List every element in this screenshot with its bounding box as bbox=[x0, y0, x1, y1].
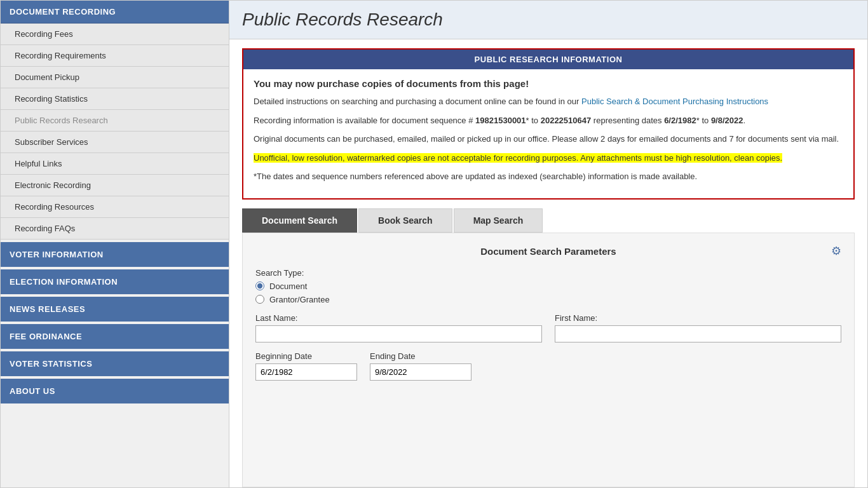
info-box-line5: *The dates and sequence numbers referenc… bbox=[254, 170, 843, 183]
last-name-input[interactable] bbox=[255, 325, 542, 342]
info-box-line4: Unofficial, low resolution, watermarked … bbox=[254, 152, 843, 165]
ending-date-label: Ending Date bbox=[370, 351, 471, 361]
seq-end: 20222510647 bbox=[541, 116, 592, 125]
sidebar-voter-information-header[interactable]: VOTER INFORMATION bbox=[1, 242, 229, 267]
sidebar-item-recording-requirements[interactable]: Recording Requirements bbox=[1, 45, 229, 67]
last-name-label: Last Name: bbox=[255, 313, 542, 323]
radio-document-input[interactable] bbox=[255, 281, 264, 290]
sidebar-election-information-header[interactable]: ELECTION INFORMATION bbox=[1, 269, 229, 294]
radio-grantor-input[interactable] bbox=[255, 295, 264, 304]
sidebar-item-recording-fees[interactable]: Recording Fees bbox=[1, 24, 229, 45]
search-panel-title: Document Search Parameters bbox=[480, 246, 616, 257]
sidebar-news-releases-header[interactable]: NEWS RELEASES bbox=[1, 297, 229, 322]
last-name-col: Last Name: bbox=[255, 313, 542, 342]
sidebar-item-document-pickup[interactable]: Document Pickup bbox=[1, 67, 229, 88]
search-type-group: Search Type: Document Grantor/Grantee bbox=[255, 268, 841, 304]
sidebar-item-public-records-research[interactable]: Public Records Research bbox=[1, 110, 229, 132]
first-name-input[interactable] bbox=[555, 325, 841, 342]
beginning-date-input[interactable] bbox=[255, 363, 357, 381]
sidebar-item-subscriber-services[interactable]: Subscriber Services bbox=[1, 132, 229, 153]
ending-date-input[interactable] bbox=[370, 363, 471, 381]
search-type-label: Search Type: bbox=[255, 268, 841, 278]
page-title: Public Records Research bbox=[242, 10, 855, 30]
sidebar-nav-list: Recording Fees Recording Requirements Do… bbox=[1, 24, 229, 240]
beginning-date-col: Beginning Date bbox=[255, 351, 357, 381]
sidebar-voter-statistics-header[interactable]: VOTER STATISTICS bbox=[1, 351, 229, 376]
info-box-line3: Original documents can be purchased, ema… bbox=[254, 133, 843, 146]
first-name-label: First Name: bbox=[555, 313, 841, 323]
search-panel: Document Search Parameters ⚙ Search Type… bbox=[242, 233, 855, 488]
info-box-headline: You may now purchase copies of documents… bbox=[254, 78, 843, 89]
radio-document-label: Document bbox=[269, 281, 307, 291]
tab-book-search[interactable]: Book Search bbox=[358, 208, 452, 233]
info-box-line2: Recording information is available for d… bbox=[254, 114, 843, 127]
radio-grantor-label: Grantor/Grantee bbox=[269, 295, 330, 304]
tab-document-search[interactable]: Document Search bbox=[242, 208, 357, 233]
sidebar-doc-recording-header[interactable]: DOCUMENT RECORDING bbox=[1, 1, 229, 24]
info-box-body: You may now purchase copies of documents… bbox=[243, 69, 853, 198]
info-box-highlight: Unofficial, low resolution, watermarked … bbox=[254, 153, 782, 163]
gear-icon[interactable]: ⚙ bbox=[831, 244, 841, 258]
sidebar-fee-ordinance-header[interactable]: FEE ORDINANCE bbox=[1, 324, 229, 349]
radio-document[interactable]: Document bbox=[255, 281, 841, 291]
sidebar-item-recording-statistics[interactable]: Recording Statistics bbox=[1, 88, 229, 110]
page-title-bar: Public Records Research bbox=[229, 1, 867, 39]
beginning-date-label: Beginning Date bbox=[255, 351, 357, 361]
sidebar-item-electronic-recording[interactable]: Electronic Recording bbox=[1, 175, 229, 196]
info-box-link[interactable]: Public Search & Document Purchasing Inst… bbox=[581, 97, 768, 106]
sidebar-item-recording-faqs[interactable]: Recording FAQs bbox=[1, 218, 229, 240]
radio-group: Document Grantor/Grantee bbox=[255, 281, 841, 304]
info-box-line1: Detailed instructions on searching and p… bbox=[254, 95, 843, 108]
info-box: PUBLIC RESEARCH INFORMATION You may now … bbox=[242, 48, 855, 200]
sidebar-item-helpful-links[interactable]: Helpful Links bbox=[1, 153, 229, 175]
info-box-line1-prefix: Detailed instructions on searching and p… bbox=[254, 97, 581, 106]
date-row: Beginning Date Ending Date bbox=[255, 351, 841, 381]
tab-map-search[interactable]: Map Search bbox=[454, 208, 543, 233]
sidebar-about-us-header[interactable]: ABOUT US bbox=[1, 379, 229, 403]
radio-grantor-grantee[interactable]: Grantor/Grantee bbox=[255, 295, 841, 304]
info-box-header: PUBLIC RESEARCH INFORMATION bbox=[243, 50, 853, 69]
first-name-col: First Name: bbox=[555, 313, 841, 342]
sidebar: DOCUMENT RECORDING Recording Fees Record… bbox=[1, 1, 229, 487]
date-start: 6/2/1982 bbox=[664, 116, 696, 125]
sidebar-item-recording-resources[interactable]: Recording Resources bbox=[1, 196, 229, 218]
tabs-bar: Document Search Book Search Map Search bbox=[242, 208, 855, 233]
ending-date-col: Ending Date bbox=[370, 351, 471, 381]
date-end: 9/8/2022 bbox=[711, 116, 743, 125]
main-content: Public Records Research PUBLIC RESEARCH … bbox=[229, 1, 867, 487]
seq-start: 19821530001 bbox=[475, 116, 526, 125]
search-panel-title-bar: Document Search Parameters ⚙ bbox=[255, 246, 841, 257]
name-row: Last Name: First Name: bbox=[255, 313, 841, 342]
